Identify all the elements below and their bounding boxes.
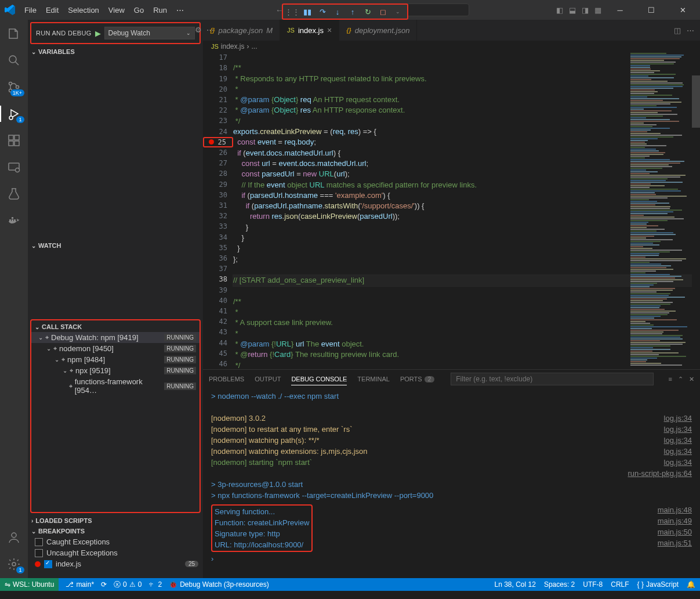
debug-config-select[interactable]: Debug Watch ⌄ (104, 27, 195, 39)
watch-header[interactable]: ⌄WATCH (28, 240, 203, 251)
layout-panel-right-icon[interactable]: ◨ (582, 6, 589, 15)
error-icon: ⓧ (114, 580, 121, 590)
extensions-icon[interactable] (6, 132, 22, 149)
debug-console-body[interactable]: > nodemon --watch ./ --exec npm start [n… (203, 388, 700, 578)
close-button[interactable]: ✕ (670, 0, 695, 20)
callstack-row[interactable]: ⌄⌖npx [9519]RUNNING (31, 365, 200, 376)
problems-status[interactable]: ⓧ0⚠0 (114, 580, 142, 590)
callstack-row[interactable]: ⌄⌖npm [9484]RUNNING (31, 354, 200, 365)
source-link[interactable]: main.js:51 (658, 537, 692, 549)
language-mode[interactable]: { }JavaScript (637, 580, 679, 589)
testing-icon[interactable] (6, 186, 22, 202)
search-icon[interactable] (6, 52, 22, 68)
caught-exceptions-row[interactable]: Caught Exceptions (30, 536, 203, 547)
source-link[interactable]: log.js:34 (664, 446, 692, 457)
panel-close-icon[interactable]: ✕ (689, 376, 694, 383)
breakpoints-header[interactable]: ⌄BREAKPOINTS (28, 526, 203, 536)
code-editor[interactable]: 1718192021222324252627282930313233343536… (203, 52, 700, 369)
start-debug-icon[interactable]: ▶ (95, 29, 101, 38)
pause-icon[interactable]: ▮▮ (300, 5, 314, 19)
debug-more-icon[interactable]: ⌄ (391, 5, 405, 19)
breakpoint-file-row[interactable]: index.js25 (30, 558, 203, 569)
filter-input[interactable] (451, 373, 653, 385)
menu-run[interactable]: Run (148, 3, 172, 17)
editor-tab[interactable]: JSindex.js× (280, 20, 339, 41)
editor-tab[interactable]: {}deployment.json (339, 20, 417, 41)
step-over-icon[interactable]: ↷ (315, 5, 329, 19)
editor-tab[interactable]: {}package.jsonM (203, 20, 280, 41)
scrollbar-thumb[interactable] (692, 75, 700, 128)
menu-go[interactable]: Go (129, 3, 148, 17)
remote-indicator[interactable]: ⇋WSL: Ubuntu (0, 578, 59, 591)
source-link[interactable]: main.js:50 (658, 526, 692, 537)
restart-icon[interactable]: ↻ (361, 5, 375, 19)
drag-handle-icon[interactable]: ⋮⋮ (285, 5, 299, 19)
callstack-row[interactable]: ⌄⌖Debug Watch: npm [9419]RUNNING (31, 332, 200, 343)
menu-selection[interactable]: Selection (63, 3, 103, 17)
checkbox[interactable] (35, 549, 43, 557)
debug-status[interactable]: 🐞Debug Watch (3p-resources) (169, 580, 269, 589)
panel-tab-output[interactable]: OUTPUT (255, 373, 281, 385)
gutter[interactable]: 1718192021222324252627282930313233343536… (203, 52, 233, 369)
close-tab-icon[interactable]: × (327, 26, 332, 35)
uncaught-exceptions-row[interactable]: Uncaught Exceptions (30, 547, 203, 558)
source-link[interactable]: log.js:34 (664, 435, 692, 446)
breakpoint-dot-icon[interactable] (209, 139, 214, 145)
maximize-button[interactable]: ☐ (639, 0, 664, 20)
callstack-header[interactable]: ⌄CALL STACK (31, 322, 200, 332)
notifications-icon[interactable]: 🔔 (687, 580, 695, 589)
ports-status[interactable]: ᯤ2 (148, 580, 162, 589)
panel-tab-problems[interactable]: PROBLEMS (209, 373, 244, 385)
sync-button[interactable]: ⟳ (101, 580, 107, 589)
step-into-icon[interactable]: ↓ (331, 5, 344, 19)
breakpoint-dot-icon (35, 561, 41, 567)
gear-icon[interactable]: ⚙ (195, 26, 202, 34)
source-link[interactable]: log.js:34 (664, 413, 692, 424)
source-link[interactable]: main.js:49 (658, 515, 692, 526)
minimap[interactable] (628, 52, 692, 369)
source-link[interactable]: log.js:34 (664, 424, 692, 435)
menu-view[interactable]: View (104, 3, 129, 17)
eol[interactable]: CRLF (611, 580, 629, 589)
minimize-button[interactable]: ─ (607, 0, 633, 20)
vertical-scrollbar[interactable] (692, 52, 700, 369)
loaded-scripts-header[interactable]: ›LOADED SCRIPTS (28, 515, 203, 526)
callstack-row[interactable]: ⌖functions-framework [954…RUNNING (31, 376, 200, 396)
scm-icon[interactable]: 1K+ (6, 79, 22, 95)
step-out-icon[interactable]: ↑ (346, 5, 360, 19)
panel-tab-debug-console[interactable]: DEBUG CONSOLE (291, 373, 347, 385)
more-icon[interactable]: ⋯ (687, 26, 694, 35)
variables-header[interactable]: ⌄VARIABLES (28, 46, 203, 57)
debug-toolbar[interactable]: ⋮⋮ ▮▮ ↷ ↓ ↑ ↻ ◻ ⌄ (282, 3, 408, 20)
stop-icon[interactable]: ◻ (376, 5, 390, 19)
panel-tab-terminal[interactable]: TERMINAL (357, 373, 390, 385)
menu-file[interactable]: File (20, 3, 41, 17)
split-editor-icon[interactable]: ◫ (674, 26, 681, 35)
filter-settings-icon[interactable]: ≡ (669, 376, 672, 383)
menu-more[interactable]: ⋯ (172, 3, 188, 17)
accounts-icon[interactable] (6, 529, 22, 546)
indentation[interactable]: Spaces: 2 (544, 580, 575, 589)
checkbox-checked[interactable] (44, 560, 52, 568)
panel-tab-ports[interactable]: PORTS (400, 373, 422, 385)
cursor-position[interactable]: Ln 38, Col 12 (495, 580, 536, 589)
explorer-icon[interactable] (6, 26, 22, 42)
git-branch[interactable]: ⎇main* (66, 580, 94, 589)
layout-panel-left-icon[interactable]: ◧ (556, 6, 563, 15)
run-debug-icon[interactable]: 1 (6, 106, 22, 122)
layout-panel-bottom-icon[interactable]: ⬓ (569, 6, 576, 15)
menu-edit[interactable]: Edit (41, 3, 63, 17)
breadcrumbs[interactable]: JS index.js›... (203, 41, 700, 52)
settings-icon[interactable]: 1 (6, 556, 22, 572)
callstack-row[interactable]: ⌄⌖nodemon [9450]RUNNING (31, 343, 200, 354)
docker-icon[interactable] (6, 212, 22, 229)
panel-maximize-icon[interactable]: ⌃ (678, 376, 683, 383)
remote-explorer-icon[interactable] (6, 159, 22, 175)
layout-customize-icon[interactable]: ▦ (594, 6, 601, 15)
source-link[interactable]: main.js:48 (658, 504, 692, 515)
encoding[interactable]: UTF-8 (583, 580, 603, 589)
source-link[interactable]: run-script-pkg.js:64 (628, 468, 692, 479)
svg-rect-12 (12, 219, 13, 221)
checkbox[interactable] (35, 538, 43, 546)
source-link[interactable]: log.js:34 (664, 457, 692, 468)
